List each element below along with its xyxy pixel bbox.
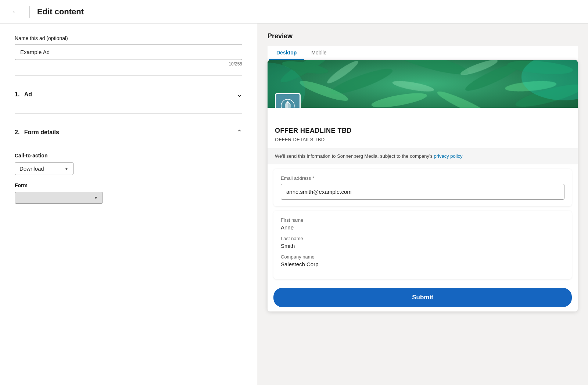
preview-card: OFFER HEADLINE TBD OFFER DETAILS TBD We'…	[268, 60, 578, 311]
preview-offer-body: OFFER HEADLINE TBD OFFER DETAILS TBD	[268, 121, 578, 148]
ad-name-section: Name this ad (optional) 10/255	[15, 35, 242, 67]
back-button[interactable]: ←	[9, 6, 22, 17]
first-name-value: Anne	[281, 224, 564, 231]
page-title: Edit content	[37, 7, 84, 17]
offer-headline: OFFER HEADLINE TBD	[275, 127, 570, 135]
company-value: Salestech Corp	[281, 261, 564, 267]
email-label: Email address *	[281, 175, 564, 181]
form-details-content: Call-to-action Download ▼ Form ▼	[15, 142, 242, 204]
main-layout: Name this ad (optional) 10/255 1. Ad ⌄ 2…	[0, 24, 588, 385]
tab-mobile[interactable]: Mobile	[304, 46, 334, 60]
chevron-up-icon: ⌃	[237, 128, 242, 136]
cta-dropdown-value: Download	[19, 165, 44, 172]
company-label: Company name	[281, 254, 564, 260]
cta-label: Call-to-action	[15, 153, 242, 158]
submit-bar: Submit	[268, 284, 578, 311]
privacy-notice: We'll send this information to Sonnenber…	[268, 148, 578, 164]
ad-section-title: 1. Ad	[15, 91, 32, 98]
submit-button[interactable]: Submit	[273, 288, 572, 307]
chevron-down-icon: ▼	[94, 195, 98, 200]
banner-svg	[268, 60, 578, 108]
last-name-label: Last name	[281, 236, 564, 241]
cta-dropdown[interactable]: Download ▼	[15, 162, 74, 175]
form-details-title: 2. Form details	[15, 129, 59, 136]
email-field-section: Email address *	[273, 169, 572, 206]
preview-title: Preview	[268, 32, 578, 40]
preview-tabs: Desktop Mobile	[269, 46, 576, 60]
header: ← Edit content	[0, 0, 588, 24]
ad-section-accordion[interactable]: 1. Ad ⌄	[15, 85, 242, 104]
preview-logo	[275, 93, 301, 108]
first-name-group: First name Anne	[281, 217, 564, 231]
first-name-label: First name	[281, 217, 564, 223]
last-name-value: Smith	[281, 243, 564, 249]
privacy-text: We'll send this information to Sonnenber…	[275, 153, 434, 159]
company-group: Company name Salestech Corp	[281, 254, 564, 267]
privacy-link[interactable]: privacy policy	[434, 153, 463, 159]
chevron-down-icon: ⌄	[237, 90, 242, 99]
form-fields-card: First name Anne Last name Smith Company …	[273, 211, 572, 279]
form-label: Form	[15, 182, 242, 188]
offer-details: OFFER DETAILS TBD	[275, 137, 570, 142]
section-divider-1	[15, 75, 242, 76]
email-preview-input[interactable]	[281, 184, 564, 200]
preview-tabs-bar: Desktop Mobile	[268, 46, 578, 60]
header-divider	[29, 6, 30, 18]
section-divider-2	[15, 113, 242, 114]
form-dropdown[interactable]: ▼	[15, 192, 103, 204]
logo-icon	[280, 98, 296, 108]
tab-desktop[interactable]: Desktop	[269, 46, 304, 60]
ad-name-input[interactable]	[15, 44, 242, 60]
left-panel: Name this ad (optional) 10/255 1. Ad ⌄ 2…	[0, 24, 257, 385]
right-panel: Preview Desktop Mobile	[257, 24, 588, 385]
form-details-accordion[interactable]: 2. Form details ⌃	[15, 122, 242, 142]
preview-banner	[268, 60, 578, 108]
char-count: 10/255	[15, 61, 242, 67]
chevron-down-icon: ▼	[64, 166, 69, 171]
ad-name-label: Name this ad (optional)	[15, 35, 242, 41]
last-name-group: Last name Smith	[281, 236, 564, 249]
